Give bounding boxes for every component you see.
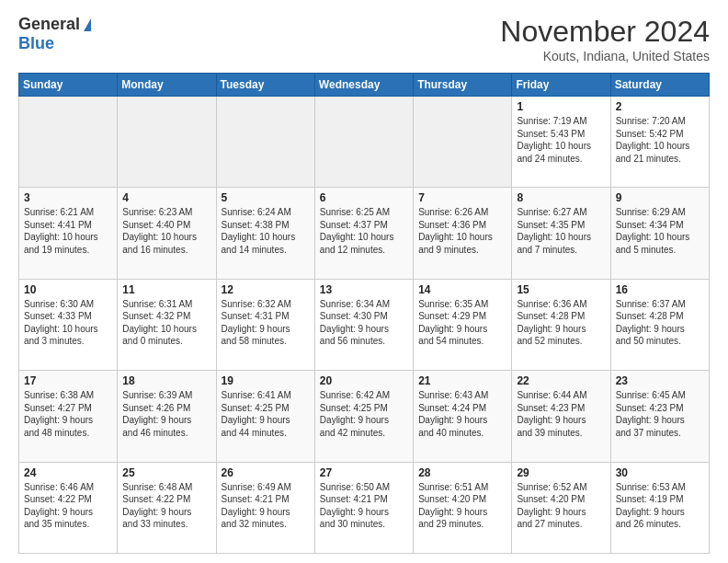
day-info: Sunrise: 6:25 AM Sunset: 4:37 PM Dayligh… <box>320 206 408 256</box>
calendar-week-row: 24Sunrise: 6:46 AM Sunset: 4:22 PM Dayli… <box>19 462 710 553</box>
weekday-header: Tuesday <box>216 74 314 97</box>
calendar-week-row: 3Sunrise: 6:21 AM Sunset: 4:41 PM Daylig… <box>19 188 710 279</box>
day-info: Sunrise: 6:52 AM Sunset: 4:20 PM Dayligh… <box>517 481 605 531</box>
calendar-cell: 4Sunrise: 6:23 AM Sunset: 4:40 PM Daylig… <box>118 188 216 279</box>
day-info: Sunrise: 7:20 AM Sunset: 5:42 PM Dayligh… <box>616 115 704 165</box>
day-number: 18 <box>122 374 210 387</box>
day-info: Sunrise: 6:44 AM Sunset: 4:23 PM Dayligh… <box>517 389 605 439</box>
calendar-cell: 30Sunrise: 6:53 AM Sunset: 4:19 PM Dayli… <box>610 462 709 553</box>
day-info: Sunrise: 6:42 AM Sunset: 4:25 PM Dayligh… <box>320 389 408 439</box>
weekday-header: Wednesday <box>314 74 413 97</box>
calendar-cell: 19Sunrise: 6:41 AM Sunset: 4:25 PM Dayli… <box>216 371 314 462</box>
day-number: 17 <box>24 374 112 387</box>
day-number: 29 <box>517 466 605 479</box>
logo-general-text: General <box>18 15 80 34</box>
calendar-cell <box>118 97 216 188</box>
day-number: 28 <box>418 466 506 479</box>
weekday-header: Thursday <box>414 74 512 97</box>
calendar-cell: 10Sunrise: 6:30 AM Sunset: 4:33 PM Dayli… <box>19 279 118 370</box>
day-number: 21 <box>418 374 506 387</box>
day-number: 27 <box>320 466 408 479</box>
day-number: 15 <box>517 283 605 296</box>
weekday-header: Monday <box>118 74 216 97</box>
day-info: Sunrise: 6:39 AM Sunset: 4:26 PM Dayligh… <box>122 389 210 439</box>
day-number: 24 <box>24 466 112 479</box>
day-info: Sunrise: 6:38 AM Sunset: 4:27 PM Dayligh… <box>24 389 112 439</box>
calendar-cell <box>19 97 118 188</box>
calendar-cell: 15Sunrise: 6:36 AM Sunset: 4:28 PM Dayli… <box>512 279 610 370</box>
calendar-cell: 18Sunrise: 6:39 AM Sunset: 4:26 PM Dayli… <box>118 371 216 462</box>
calendar-cell: 23Sunrise: 6:45 AM Sunset: 4:23 PM Dayli… <box>610 371 709 462</box>
day-info: Sunrise: 6:36 AM Sunset: 4:28 PM Dayligh… <box>517 298 605 348</box>
weekday-header: Friday <box>512 74 610 97</box>
calendar-cell: 6Sunrise: 6:25 AM Sunset: 4:37 PM Daylig… <box>314 188 413 279</box>
day-number: 26 <box>222 466 310 479</box>
calendar-cell: 9Sunrise: 6:29 AM Sunset: 4:34 PM Daylig… <box>610 188 709 279</box>
calendar-cell: 14Sunrise: 6:35 AM Sunset: 4:29 PM Dayli… <box>414 279 512 370</box>
day-number: 3 <box>24 191 112 204</box>
calendar-cell <box>414 97 512 188</box>
day-info: Sunrise: 6:45 AM Sunset: 4:23 PM Dayligh… <box>616 389 704 439</box>
weekday-header: Sunday <box>19 74 118 97</box>
calendar-cell <box>216 97 314 188</box>
calendar-cell: 28Sunrise: 6:51 AM Sunset: 4:20 PM Dayli… <box>414 462 512 553</box>
day-info: Sunrise: 6:24 AM Sunset: 4:38 PM Dayligh… <box>222 206 310 256</box>
calendar-cell: 3Sunrise: 6:21 AM Sunset: 4:41 PM Daylig… <box>19 188 118 279</box>
day-number: 12 <box>222 283 310 296</box>
day-number: 9 <box>616 191 704 204</box>
page: General Blue November 2024 Kouts, Indian… <box>0 0 728 563</box>
day-info: Sunrise: 6:37 AM Sunset: 4:28 PM Dayligh… <box>616 298 704 348</box>
calendar-cell: 12Sunrise: 6:32 AM Sunset: 4:31 PM Dayli… <box>216 279 314 370</box>
day-number: 23 <box>616 374 704 387</box>
calendar-week-row: 1Sunrise: 7:19 AM Sunset: 5:43 PM Daylig… <box>19 97 710 188</box>
calendar-cell: 8Sunrise: 6:27 AM Sunset: 4:35 PM Daylig… <box>512 188 610 279</box>
day-number: 8 <box>517 191 605 204</box>
calendar-cell: 17Sunrise: 6:38 AM Sunset: 4:27 PM Dayli… <box>19 371 118 462</box>
day-number: 5 <box>222 191 310 204</box>
day-number: 30 <box>616 466 704 479</box>
calendar-cell: 5Sunrise: 6:24 AM Sunset: 4:38 PM Daylig… <box>216 188 314 279</box>
weekday-header: Saturday <box>610 74 709 97</box>
day-info: Sunrise: 6:27 AM Sunset: 4:35 PM Dayligh… <box>517 206 605 256</box>
calendar-cell: 26Sunrise: 6:49 AM Sunset: 4:21 PM Dayli… <box>216 462 314 553</box>
calendar-cell: 29Sunrise: 6:52 AM Sunset: 4:20 PM Dayli… <box>512 462 610 553</box>
day-number: 2 <box>616 100 704 113</box>
calendar-week-row: 17Sunrise: 6:38 AM Sunset: 4:27 PM Dayli… <box>19 371 710 462</box>
day-number: 25 <box>122 466 210 479</box>
calendar-week-row: 10Sunrise: 6:30 AM Sunset: 4:33 PM Dayli… <box>19 279 710 370</box>
calendar-cell: 13Sunrise: 6:34 AM Sunset: 4:30 PM Dayli… <box>314 279 413 370</box>
day-info: Sunrise: 6:32 AM Sunset: 4:31 PM Dayligh… <box>222 298 310 348</box>
day-info: Sunrise: 6:41 AM Sunset: 4:25 PM Dayligh… <box>222 389 310 439</box>
logo: General Blue <box>18 15 91 53</box>
day-info: Sunrise: 6:46 AM Sunset: 4:22 PM Dayligh… <box>24 481 112 531</box>
calendar-cell: 27Sunrise: 6:50 AM Sunset: 4:21 PM Dayli… <box>314 462 413 553</box>
calendar-cell: 1Sunrise: 7:19 AM Sunset: 5:43 PM Daylig… <box>512 97 610 188</box>
day-number: 6 <box>320 191 408 204</box>
day-number: 11 <box>122 283 210 296</box>
month-title: November 2024 <box>500 15 710 49</box>
calendar-cell: 16Sunrise: 6:37 AM Sunset: 4:28 PM Dayli… <box>610 279 709 370</box>
day-number: 7 <box>418 191 506 204</box>
day-info: Sunrise: 6:29 AM Sunset: 4:34 PM Dayligh… <box>616 206 704 256</box>
calendar-cell: 2Sunrise: 7:20 AM Sunset: 5:42 PM Daylig… <box>610 97 709 188</box>
weekday-header-row: SundayMondayTuesdayWednesdayThursdayFrid… <box>19 74 710 97</box>
calendar-cell <box>314 97 413 188</box>
day-info: Sunrise: 6:26 AM Sunset: 4:36 PM Dayligh… <box>418 206 506 256</box>
calendar-cell: 11Sunrise: 6:31 AM Sunset: 4:32 PM Dayli… <box>118 279 216 370</box>
day-info: Sunrise: 6:43 AM Sunset: 4:24 PM Dayligh… <box>418 389 506 439</box>
day-number: 4 <box>122 191 210 204</box>
calendar-cell: 21Sunrise: 6:43 AM Sunset: 4:24 PM Dayli… <box>414 371 512 462</box>
calendar-cell: 24Sunrise: 6:46 AM Sunset: 4:22 PM Dayli… <box>19 462 118 553</box>
day-info: Sunrise: 6:51 AM Sunset: 4:20 PM Dayligh… <box>418 481 506 531</box>
day-info: Sunrise: 6:31 AM Sunset: 4:32 PM Dayligh… <box>122 298 210 348</box>
day-number: 19 <box>222 374 310 387</box>
calendar-cell: 22Sunrise: 6:44 AM Sunset: 4:23 PM Dayli… <box>512 371 610 462</box>
day-number: 20 <box>320 374 408 387</box>
calendar-table: SundayMondayTuesdayWednesdayThursdayFrid… <box>18 73 710 554</box>
calendar-cell: 7Sunrise: 6:26 AM Sunset: 4:36 PM Daylig… <box>414 188 512 279</box>
calendar-cell: 25Sunrise: 6:48 AM Sunset: 4:22 PM Dayli… <box>118 462 216 553</box>
day-info: Sunrise: 6:50 AM Sunset: 4:21 PM Dayligh… <box>320 481 408 531</box>
day-number: 22 <box>517 374 605 387</box>
header: General Blue November 2024 Kouts, Indian… <box>18 15 710 63</box>
day-info: Sunrise: 6:49 AM Sunset: 4:21 PM Dayligh… <box>222 481 310 531</box>
